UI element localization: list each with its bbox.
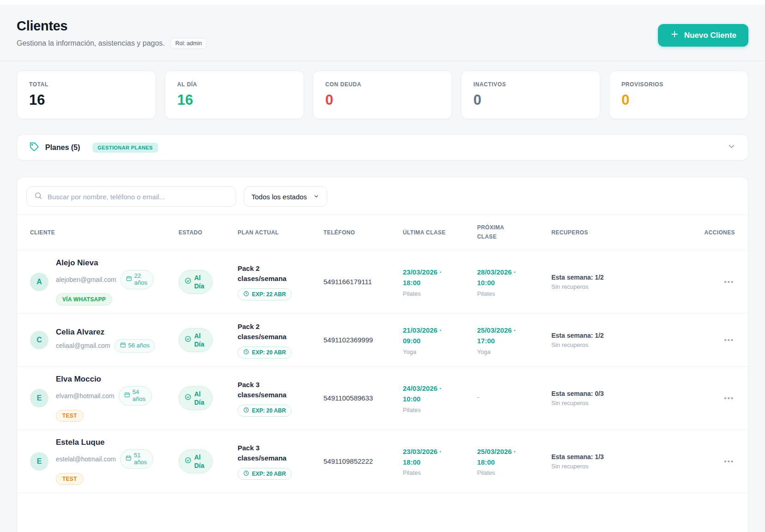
age-badge: 51 años <box>120 449 153 469</box>
age-badge: 56 años <box>114 339 155 353</box>
client-email: alejoben@gmail.com <box>56 276 116 283</box>
last-class-type: Pilates <box>403 469 477 476</box>
plan-name: Pack 2 clases/semana <box>238 263 291 284</box>
stat-label: TOTAL <box>29 81 143 88</box>
row-actions-button[interactable]: ••• <box>723 392 735 404</box>
client-info: Elva Moccio elvam@hotmail.com 54 años TE… <box>56 375 152 422</box>
last-class-date: 23/03/2026 · 18:00 <box>403 446 452 468</box>
check-circle-icon <box>185 277 191 286</box>
next-class-cell: 25/03/2026 · 17:00 Yoga <box>477 325 551 355</box>
manage-plans-button[interactable]: GESTIONAR PLANES <box>92 143 158 153</box>
recovery-cell: Esta semana: 1/2 Sin recuperos <box>551 332 660 348</box>
column-header-cliente: CLIENTE <box>30 229 179 236</box>
status-cell: Al Día <box>179 449 238 473</box>
phone-cell: 5491109852222 <box>323 457 403 465</box>
row-actions-button[interactable]: ••• <box>723 276 735 287</box>
check-circle-icon <box>185 394 191 402</box>
page-title: Clientes <box>17 18 207 34</box>
status-text: Al Día <box>194 453 207 470</box>
age-badge: 54 años <box>119 386 152 406</box>
stat-label: PROVISORIOS <box>622 81 736 88</box>
search-box[interactable] <box>26 186 236 207</box>
column-header-ultima-clase: ÚLTIMA CLASE <box>403 229 477 236</box>
plan-name: Pack 2 clases/semana <box>238 322 291 342</box>
avatar: E <box>30 452 48 471</box>
table-row[interactable]: E Estela Luque estelal@hotmail.com 51 añ… <box>17 430 748 493</box>
table-bottom-space <box>17 493 748 529</box>
recovery-week: Esta semana: 1/2 <box>551 332 660 339</box>
table-header-row: CLIENTE ESTADO PLAN ACTUAL TELÉFONO ÚLTI… <box>17 214 748 251</box>
chevron-down-icon <box>313 193 319 201</box>
client-cell: E Elva Moccio elvam@hotmail.com 54 años … <box>30 375 179 422</box>
table-row[interactable]: E Elva Moccio elvam@hotmail.com 54 años … <box>17 367 748 430</box>
status-badge: Al Día <box>179 328 213 352</box>
avatar: A <box>30 273 48 291</box>
role-badge: Rol: admin <box>170 38 207 49</box>
plan-expiry-text: EXP: 20 ABR <box>252 407 286 414</box>
check-circle-icon <box>185 335 191 344</box>
column-header-recuperos: RECUPEROS <box>551 229 660 236</box>
client-email: elvam@hotmail.com <box>56 392 114 400</box>
subtitle-row: Gestiona la información, asistencias y p… <box>17 38 207 49</box>
search-input[interactable] <box>48 193 228 201</box>
test-badge: TEST <box>56 410 84 422</box>
last-class-cell: 23/03/2026 · 18:00 Pilates <box>403 446 477 477</box>
status-text: Al Día <box>194 274 207 290</box>
client-info: Estela Luque estelal@hotmail.com 51 años… <box>56 438 153 485</box>
stats-cards: TOTAL 16 AL DÍA 16 CON DEUDA 0 INACTIVOS… <box>0 61 765 119</box>
page-subtitle: Gestiona la información, asistencias y p… <box>17 39 165 48</box>
recovery-cell: Esta semana: 1/2 Sin recuperos <box>551 274 660 290</box>
client-info: Celia Alvarez celiaal@gmail.com 56 años <box>56 328 155 353</box>
client-cell: A Alejo Nieva alejoben@gmail.com 22 años… <box>30 258 179 305</box>
status-filter-select[interactable]: Todos los estados <box>244 186 327 207</box>
status-text: Al Día <box>194 390 207 406</box>
row-actions-button[interactable]: ••• <box>723 334 735 346</box>
recovery-note: Sin recuperos <box>551 463 660 470</box>
next-class-cell: - <box>477 392 551 404</box>
plan-expiry-text: EXP: 22 ABR <box>252 291 286 298</box>
age-text: 51 años <box>134 452 148 466</box>
page-header: Clientes Gestiona la información, asiste… <box>0 5 765 61</box>
stat-card-total: TOTAL 16 <box>17 71 156 119</box>
stat-value: 0 <box>325 92 440 108</box>
phone-cell: 5491166179111 <box>323 278 403 286</box>
client-info: Alejo Nieva alejoben@gmail.com 22 años V… <box>56 258 154 305</box>
new-client-button[interactable]: Nuevo Cliente <box>658 24 748 47</box>
next-class-cell: 28/03/2026 · 10:00 Pilates <box>477 267 551 297</box>
last-class-cell: 24/03/2026 · 10:00 Pilates <box>403 383 477 413</box>
plan-cell: Pack 2 clases/semana EXP: 20 ABR <box>238 322 323 359</box>
client-cell: C Celia Alvarez celiaal@gmail.com 56 año… <box>30 328 179 353</box>
table-row[interactable]: C Celia Alvarez celiaal@gmail.com 56 año… <box>17 314 748 367</box>
last-class-date: 21/03/2026 · 09:00 <box>403 325 452 347</box>
last-class-type: Yoga <box>403 348 477 355</box>
planes-panel-header[interactable]: Planes (5) GESTIONAR PLANES <box>17 134 748 161</box>
plus-icon <box>670 30 679 41</box>
plan-cell: Pack 2 clases/semana EXP: 22 ABR <box>238 263 323 300</box>
recovery-cell: Esta semana: 1/3 Sin recuperos <box>551 453 660 470</box>
last-class-type: Pilates <box>403 406 477 413</box>
plan-expiry-badge: EXP: 20 ABR <box>238 468 292 480</box>
phone-cell: 5491102369999 <box>323 336 403 344</box>
client-subrow: elvam@hotmail.com 54 años <box>56 386 152 406</box>
status-cell: Al Día <box>179 386 238 410</box>
next-class-date: 28/03/2026 · 10:00 <box>477 267 526 288</box>
last-class-cell: 23/03/2026 · 18:00 Pilates <box>403 267 477 297</box>
search-icon <box>34 191 42 202</box>
clock-icon <box>243 349 249 356</box>
row-actions-button[interactable]: ••• <box>723 455 735 467</box>
plan-expiry-badge: EXP: 20 ABR <box>238 405 292 417</box>
table-row[interactable]: A Alejo Nieva alejoben@gmail.com 22 años… <box>17 251 748 314</box>
client-subrow: alejoben@gmail.com 22 años <box>56 270 154 289</box>
next-class-date: - <box>477 392 526 402</box>
stat-value: 16 <box>177 92 292 108</box>
chevron-down-icon[interactable] <box>727 142 736 153</box>
client-cell: E Estela Luque estelal@hotmail.com 51 añ… <box>30 438 179 485</box>
plan-expiry-text: EXP: 20 ABR <box>252 349 286 356</box>
status-badge: Al Día <box>179 449 213 473</box>
client-name: Alejo Nieva <box>56 258 154 268</box>
age-badge: 22 años <box>120 270 154 289</box>
next-class-type: Pilates <box>477 469 551 476</box>
actions-cell: ••• <box>723 392 735 404</box>
phone-cell: 5491100589633 <box>323 394 403 402</box>
recovery-note: Sin recuperos <box>551 400 660 406</box>
